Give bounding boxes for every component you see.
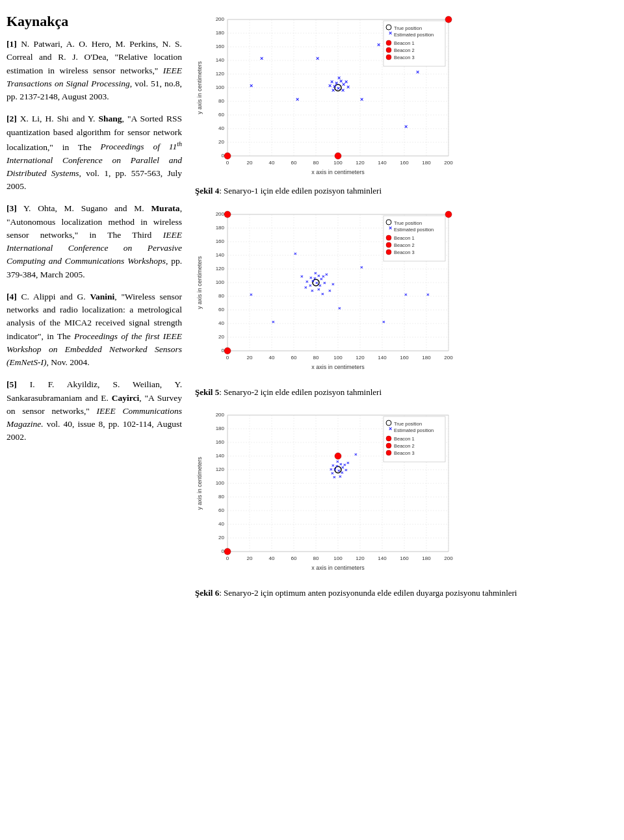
svg-text:Beacon 2: Beacon 2 — [394, 443, 415, 449]
svg-text:y axis in centimeters: y axis in centimeters — [196, 255, 203, 309]
chart5-svg: 0 20 40 60 80 100 120 140 160 180 200 0 … — [195, 208, 474, 383]
svg-text:×: × — [346, 84, 350, 90]
svg-text:×: × — [333, 474, 336, 480]
svg-text:×: × — [314, 270, 317, 276]
svg-text:140: 140 — [216, 57, 225, 63]
svg-text:40: 40 — [218, 521, 224, 527]
ref-id-5: [5] — [6, 379, 17, 389]
svg-text:×: × — [346, 460, 350, 466]
svg-text:×: × — [389, 426, 392, 432]
svg-text:×: × — [332, 281, 335, 287]
svg-text:200: 200 — [216, 16, 225, 22]
svg-text:40: 40 — [269, 355, 275, 361]
svg-text:True position: True position — [394, 220, 422, 226]
svg-text:0: 0 — [226, 160, 229, 166]
svg-text:×: × — [306, 279, 309, 285]
svg-text:×: × — [404, 123, 408, 130]
charts-column: 0 20 40 60 80 100 120 140 160 180 200 0 … — [195, 13, 618, 604]
svg-text:60: 60 — [291, 355, 297, 361]
svg-point-59 — [224, 153, 231, 159]
svg-text:Estimated position: Estimated position — [394, 32, 434, 38]
svg-text:200: 200 — [444, 355, 453, 361]
chart4-caption-text: : Senaryo-1 için elde edilen pozisyon ta… — [219, 186, 382, 196]
svg-text:×: × — [311, 288, 314, 294]
svg-text:×: × — [389, 225, 392, 231]
svg-text:×: × — [426, 292, 430, 298]
svg-text:Beacon 2: Beacon 2 — [394, 242, 415, 248]
svg-text:Beacon 1: Beacon 1 — [394, 436, 415, 442]
svg-text:60: 60 — [291, 555, 297, 561]
svg-text:160: 160 — [216, 44, 225, 49]
chart-sekil5: 0 20 40 60 80 100 120 140 160 180 200 0 … — [195, 208, 618, 399]
ref-id-4: [4] — [6, 292, 17, 301]
svg-text:80: 80 — [313, 555, 319, 561]
svg-text:Estimated position: Estimated position — [394, 227, 434, 233]
ref-id-1: [1] — [6, 39, 17, 49]
svg-point-142 — [224, 211, 231, 218]
svg-text:×: × — [250, 292, 253, 298]
reference-5: [5] I. F. Akyildiz, S. Weilian, Y. Sanka… — [6, 378, 182, 444]
ref-text-5: I. F. Akyildiz, S. Weilian, Y. Sankarasu… — [6, 379, 182, 442]
svg-text:180: 180 — [216, 225, 225, 231]
svg-text:×: × — [339, 474, 342, 479]
svg-text:y axis in centimeters: y axis in centimeters — [196, 457, 203, 510]
svg-text:×: × — [250, 83, 253, 89]
svg-text:200: 200 — [216, 211, 225, 217]
chart5-caption-bold: Şekil 5 — [195, 387, 219, 397]
svg-point-228 — [386, 450, 391, 455]
chart6-caption-bold: Şekil 6 — [195, 588, 219, 598]
svg-text:100: 100 — [216, 480, 225, 486]
svg-text:40: 40 — [218, 125, 224, 131]
svg-point-58 — [445, 16, 452, 23]
svg-text:Beacon 3: Beacon 3 — [394, 450, 415, 456]
svg-point-60 — [335, 153, 341, 159]
svg-text:×: × — [389, 30, 392, 36]
svg-text:180: 180 — [422, 555, 431, 561]
chart6-caption-text: : Senaryo-2 için optimum anten pozisyonu… — [219, 588, 517, 598]
svg-text:×: × — [328, 83, 332, 89]
svg-text:20: 20 — [218, 535, 224, 541]
svg-text:180: 180 — [216, 30, 225, 36]
svg-point-136 — [386, 242, 391, 248]
svg-text:×: × — [304, 285, 307, 290]
svg-text:×: × — [328, 288, 332, 294]
svg-text:Estimated position: Estimated position — [394, 427, 434, 433]
svg-text:140: 140 — [378, 160, 387, 166]
svg-text:×: × — [330, 466, 333, 472]
svg-text:40: 40 — [269, 555, 275, 561]
svg-text:120: 120 — [216, 266, 225, 272]
page: Kaynakça [1] N. Patwari, A. O. Hero, M. … — [0, 0, 624, 617]
svg-point-230 — [224, 548, 231, 555]
svg-point-140 — [445, 211, 452, 218]
svg-text:×: × — [321, 291, 324, 297]
svg-text:×: × — [416, 69, 419, 75]
svg-point-54 — [386, 47, 391, 53]
svg-text:×: × — [294, 251, 297, 257]
svg-text:100: 100 — [333, 160, 343, 166]
svg-text:×: × — [260, 55, 263, 62]
svg-text:80: 80 — [313, 160, 319, 166]
ref-text-2: X. Li, H. Shi and Y. Shang, "A Sorted RS… — [6, 114, 182, 191]
svg-text:80: 80 — [218, 293, 224, 299]
svg-point-141 — [224, 348, 231, 354]
svg-text:True position: True position — [394, 421, 422, 427]
svg-text:80: 80 — [313, 355, 319, 361]
svg-text:140: 140 — [216, 252, 225, 258]
reference-3: [3] Y. Ohta, M. Sugano and M. Murata, "A… — [6, 202, 182, 281]
svg-text:×: × — [317, 286, 320, 292]
svg-text:60: 60 — [218, 507, 224, 513]
svg-text:×: × — [360, 96, 363, 103]
reference-2: [2] X. Li, H. Shi and Y. Shang, "A Sorte… — [6, 112, 182, 193]
svg-text:160: 160 — [216, 238, 225, 244]
svg-text:20: 20 — [247, 555, 253, 561]
chart6-svg: 0 20 40 60 80 100 120 140 160 180 200 0 … — [195, 409, 474, 584]
svg-text:40: 40 — [269, 160, 275, 166]
svg-text:×: × — [296, 96, 299, 103]
svg-text:100: 100 — [333, 355, 343, 361]
svg-text:×: × — [325, 272, 328, 277]
svg-text:×: × — [316, 55, 319, 62]
chart-sekil4: 0 20 40 60 80 100 120 140 160 180 200 0 … — [195, 13, 618, 197]
svg-text:×: × — [377, 42, 380, 48]
chart4-caption: Şekil 4: Senaryo-1 için elde edilen pozi… — [195, 185, 382, 197]
svg-text:y axis in centimeters: y axis in centimeters — [196, 61, 203, 114]
